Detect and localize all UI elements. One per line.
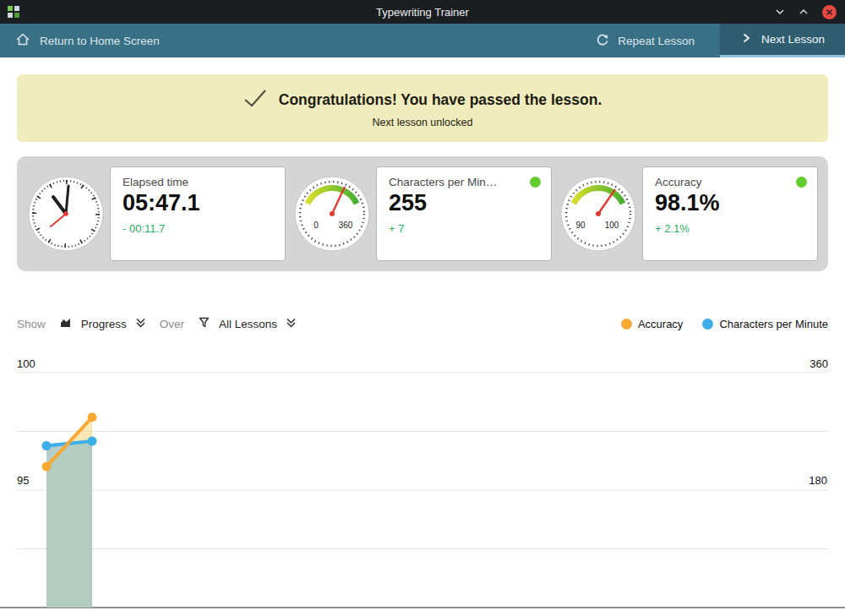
- clock-icon: [27, 175, 105, 253]
- window-title: Typewriting Trainer: [0, 6, 845, 19]
- stat-elapsed-time: Elapsed time 05:47.1 - 00:11.7: [27, 166, 286, 261]
- lessons-dropdown-value: All Lessons: [219, 318, 277, 330]
- gauge-min-label: 90: [575, 221, 586, 230]
- progress-dropdown-value: Progress: [81, 318, 127, 330]
- progress-chart: 100 95 360 180: [0, 355, 845, 616]
- maximize-icon[interactable]: [799, 7, 809, 17]
- return-home-label: Return to Home Screen: [40, 35, 160, 47]
- right-axis-tick: 180: [809, 474, 827, 488]
- stats-panel: Elapsed time 05:47.1 - 00:11.7 0 360 Cha…: [17, 156, 828, 271]
- cpm-legend-dot: [702, 319, 713, 330]
- graph-filter-bar: Show Progress Over All Lessons Accuracy: [17, 312, 828, 335]
- gauge-max-label: 100: [605, 221, 619, 230]
- stat-card: Elapsed time 05:47.1 - 00:11.7: [110, 166, 286, 261]
- filter-funnel-icon: [198, 316, 210, 331]
- titlebar: Typewriting Trainer: [0, 0, 845, 24]
- home-icon: [15, 32, 30, 49]
- stat-label: Characters per Min…: [389, 176, 532, 188]
- app-icon: [7, 5, 20, 19]
- next-icon: [740, 32, 752, 46]
- cpm-gauge-icon: 0 360: [293, 175, 371, 253]
- accuracy-legend-label: Accuracy: [638, 318, 683, 330]
- cpm-legend-label: Characters per Minute: [719, 318, 828, 330]
- next-lesson-button[interactable]: Next Lesson: [720, 24, 845, 57]
- chart-canvas: [0, 355, 845, 616]
- check-icon: [243, 89, 267, 112]
- stat-value: 255: [389, 190, 539, 216]
- stat-delta: - 00:11.7: [123, 222, 273, 235]
- stat-cpm: 0 360 Characters per Min… 255 + 7: [293, 166, 552, 261]
- status-indicator: [530, 177, 541, 188]
- left-axis-tick: 95: [17, 474, 29, 488]
- banner-subtitle: Next lesson unlocked: [373, 117, 473, 128]
- close-icon[interactable]: [822, 5, 837, 19]
- chart-icon: [59, 316, 73, 332]
- stat-card: Accuracy 98.1% + 2.1%: [642, 166, 818, 261]
- accuracy-legend-dot: [621, 319, 632, 330]
- double-chevron-down-icon: [286, 317, 297, 331]
- stat-value: 98.1%: [655, 190, 805, 216]
- stat-card: Characters per Min… 255 + 7: [376, 166, 552, 261]
- stat-delta: + 7: [389, 222, 539, 235]
- minimize-icon[interactable]: [775, 7, 785, 17]
- return-home-button[interactable]: Return to Home Screen: [15, 32, 160, 49]
- toolbar: Return to Home Screen Repeat Lesson Next…: [0, 24, 845, 57]
- repeat-icon: [596, 33, 609, 49]
- double-chevron-down-icon: [135, 317, 146, 331]
- lessons-dropdown[interactable]: All Lessons: [198, 316, 297, 331]
- stat-label: Elapsed time: [123, 176, 266, 188]
- status-indicator: [796, 177, 807, 188]
- right-axis-tick: 360: [810, 357, 828, 371]
- banner-title: Congratulations! You have passed the les…: [279, 91, 602, 109]
- success-banner: Congratulations! You have passed the les…: [17, 74, 828, 142]
- stat-accuracy: 90 100 Accuracy 98.1% + 2.1%: [559, 166, 818, 261]
- gauge-min-label: 0: [313, 221, 319, 230]
- repeat-lesson-label: Repeat Lesson: [618, 35, 695, 47]
- accuracy-gauge-icon: 90 100: [559, 175, 637, 253]
- show-label: Show: [17, 318, 46, 330]
- stat-label: Accuracy: [655, 176, 799, 188]
- stat-delta: + 2.1%: [655, 222, 805, 235]
- gauge-max-label: 360: [339, 221, 353, 230]
- progress-dropdown[interactable]: Progress: [59, 316, 146, 332]
- app-window: { "window": { "title": "Typewriting Trai…: [0, 0, 845, 616]
- over-label: Over: [160, 318, 184, 330]
- chart-legend: Accuracy Characters per Minute: [621, 318, 828, 330]
- repeat-lesson-button[interactable]: Repeat Lesson: [596, 33, 695, 49]
- stat-value: 05:47.1: [123, 190, 273, 216]
- next-lesson-label: Next Lesson: [761, 33, 825, 46]
- left-axis-tick: 100: [17, 357, 35, 371]
